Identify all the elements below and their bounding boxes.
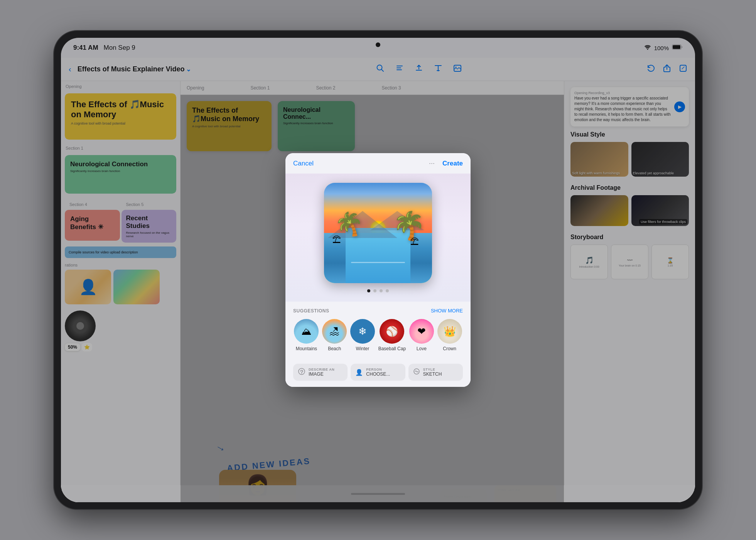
person-content: PERSON CHOOSE... xyxy=(366,368,390,377)
image-preview-area: 🌴 🌴 ⛱ ⛱ xyxy=(285,174,471,302)
describe-icon xyxy=(298,368,305,377)
modal-header: Cancel ··· Create xyxy=(285,153,471,174)
style-icon xyxy=(413,368,420,376)
suggestions-section: SUGGESTIONS SHOW MORE ⛰ Mountains xyxy=(285,302,471,364)
modal-overlay: Cancel ··· Create xyxy=(61,38,695,502)
suggestion-crown-label: Crown xyxy=(443,346,456,351)
create-button[interactable]: Create xyxy=(442,160,463,167)
scene-umbrella-right: ⛱ xyxy=(410,237,419,247)
dot-1[interactable] xyxy=(367,289,370,292)
generated-image-preview: 🌴 🌴 ⛱ ⛱ xyxy=(324,183,432,283)
suggestion-mountains-label: Mountains xyxy=(296,346,317,351)
suggestion-beach-label: Beach xyxy=(328,346,341,351)
suggestion-beach[interactable]: 🏖 Beach xyxy=(322,319,347,351)
suggestion-love[interactable]: ❤ Love xyxy=(409,319,434,351)
show-more-button[interactable]: SHOW MORE xyxy=(431,308,463,314)
dot-4[interactable] xyxy=(386,289,389,292)
pagination-dots xyxy=(367,289,389,292)
dot-2[interactable] xyxy=(373,289,376,292)
suggestion-baseball-label: Baseball Cap xyxy=(378,346,406,351)
suggestions-label: SUGGESTIONS xyxy=(293,308,329,314)
suggestion-baseball-cap[interactable]: ⚾ Baseball Cap xyxy=(378,319,406,351)
scene-umbrella-left: ⛱ xyxy=(332,235,341,245)
describe-content: DESCRIBE AN IMAGE xyxy=(309,368,334,377)
suggestion-mountains-icon: ⛰ xyxy=(294,319,319,344)
suggestion-winter[interactable]: ❄ Winter xyxy=(350,319,375,351)
suggestion-mountains[interactable]: ⛰ Mountains xyxy=(294,319,319,351)
style-content: STYLE SKETCH xyxy=(423,368,442,377)
style-label: STYLE xyxy=(423,368,442,371)
suggestion-winter-icon: ❄ xyxy=(350,319,375,344)
suggestion-baseball-icon: ⚾ xyxy=(380,319,404,344)
describe-sublabel: IMAGE xyxy=(309,371,334,377)
modal-more-icon[interactable]: ··· xyxy=(429,159,435,167)
svg-point-14 xyxy=(301,373,302,374)
person-label: PERSON xyxy=(366,368,390,371)
image-generation-modal: Cancel ··· Create xyxy=(285,153,471,387)
suggestions-grid: ⛰ Mountains 🏖 Beach ❄ xyxy=(293,319,463,351)
suggestion-beach-icon: 🏖 xyxy=(322,319,347,344)
dot-3[interactable] xyxy=(380,289,383,292)
suggestion-winter-label: Winter xyxy=(356,346,370,351)
person-option[interactable]: 👤 PERSON CHOOSE... xyxy=(351,364,405,381)
device-screen: 9:41 AM Mon Sep 9 100% xyxy=(61,38,695,502)
cancel-button[interactable]: Cancel xyxy=(293,160,314,167)
person-sublabel: CHOOSE... xyxy=(366,371,390,377)
suggestion-love-icon: ❤ xyxy=(409,319,434,344)
describe-label: DESCRIBE AN xyxy=(309,368,334,371)
suggestion-love-label: Love xyxy=(417,346,427,351)
style-sublabel: SKETCH xyxy=(423,371,442,377)
describe-image-option[interactable]: DESCRIBE AN IMAGE xyxy=(293,364,348,381)
scene-palm-right: 🌴 xyxy=(390,207,428,243)
suggestion-crown-icon: 👑 xyxy=(437,319,462,344)
pool-edge xyxy=(351,262,405,263)
device-frame: 9:41 AM Mon Sep 9 100% xyxy=(54,31,702,509)
style-option[interactable]: STYLE SKETCH xyxy=(408,364,463,381)
suggestion-crown[interactable]: 👑 Crown xyxy=(437,319,462,351)
bottom-options: DESCRIBE AN IMAGE 👤 PERSON CHOOSE... xyxy=(285,364,471,387)
person-icon: 👤 xyxy=(355,369,363,376)
suggestions-header: SUGGESTIONS SHOW MORE xyxy=(293,308,463,314)
